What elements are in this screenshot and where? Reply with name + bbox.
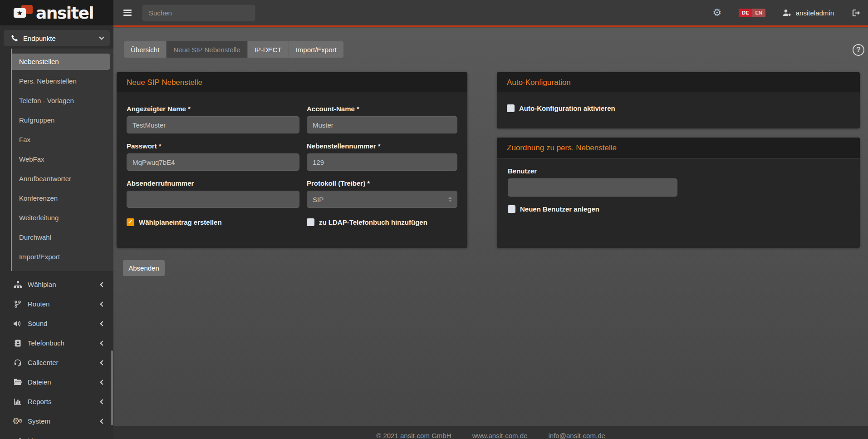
ldap-checkbox-row[interactable]: zu LDAP-Telefonbuch hinzufügen bbox=[307, 218, 457, 226]
route-branch-icon bbox=[13, 301, 23, 308]
field-label-account-name: Account-Name * bbox=[307, 105, 457, 113]
logout-icon[interactable] bbox=[852, 9, 861, 17]
sidebar-item-system[interactable]: ⚙⚙ System bbox=[0, 411, 113, 431]
account-name-input[interactable] bbox=[307, 116, 457, 133]
chevron-left-icon bbox=[100, 340, 105, 345]
sidebar-item-import-export[interactable]: Import/Export bbox=[12, 249, 110, 265]
sidebar-item-nebenstellen[interactable]: Nebenstellen bbox=[12, 54, 110, 70]
sidebar-item-webfax[interactable]: WebFax bbox=[12, 151, 110, 168]
sidebar-item-durchwahl[interactable]: Durchwahl bbox=[12, 229, 110, 246]
angezeigter-name-input[interactable] bbox=[127, 116, 299, 133]
sidebar-item-anrufbeantworter[interactable]: Anrufbeantworter bbox=[12, 171, 110, 187]
panel-new-sip: Neue SIP Nebenstelle Angezeigter Name * … bbox=[117, 72, 467, 248]
volume-icon bbox=[13, 320, 23, 327]
sidebar-scrollbar[interactable] bbox=[111, 350, 113, 425]
footer: © 2021 ansit-com GmbH www.ansit-com.de i… bbox=[113, 426, 868, 439]
sidebar-item-pers-nebenstellen[interactable]: Pers. Nebenstellen bbox=[12, 73, 110, 89]
checkbox-unchecked-icon[interactable] bbox=[507, 104, 515, 112]
panel-title: Auto-Konfiguration bbox=[497, 72, 860, 93]
panel-title: Neue SIP Nebenstelle bbox=[117, 72, 467, 93]
main-content: Übersicht Neue SIP Nebenstelle IP-DECT I… bbox=[113, 28, 868, 426]
topbar: ⚙ DE EN ansiteladmin bbox=[113, 0, 868, 27]
waehlplaneintrag-checkbox-row[interactable]: Wählplaneintrag erstellen bbox=[127, 218, 307, 226]
tab-neue-sip-nebenstelle[interactable]: Neue SIP Nebenstelle bbox=[167, 41, 247, 58]
checkbox-checked-icon[interactable] bbox=[127, 218, 134, 226]
phone-icon bbox=[10, 35, 19, 42]
lang-de-button[interactable]: DE bbox=[739, 9, 752, 17]
sidebar-item-konferenzen[interactable]: Konferenzen bbox=[12, 190, 110, 207]
address-book-icon bbox=[13, 340, 23, 347]
sidebar-item-sound[interactable]: Sound bbox=[0, 314, 113, 333]
checkbox-unchecked-icon[interactable] bbox=[508, 205, 515, 213]
folder-open-icon bbox=[13, 379, 23, 385]
panel-assignment: Zuordnung zu pers. Nebenstelle Benutzer … bbox=[497, 138, 860, 248]
sidebar-item-routen[interactable]: Routen bbox=[0, 294, 113, 314]
gears-icon: ⚙⚙ bbox=[13, 417, 23, 425]
brand-name: ansitel bbox=[36, 4, 93, 22]
sidebar-item-rufgruppen[interactable]: Rufgruppen bbox=[12, 112, 110, 128]
chevron-left-icon bbox=[100, 399, 105, 404]
sidebar-item-weiterleitung[interactable]: Weiterleitung bbox=[12, 210, 110, 226]
search-input[interactable] bbox=[142, 5, 255, 21]
sidebar-item-waehlplan[interactable]: Wählplan bbox=[0, 275, 113, 294]
chevron-left-icon bbox=[100, 301, 105, 306]
passwort-input[interactable] bbox=[127, 153, 299, 171]
panel-title: Zuordnung zu pers. Nebenstelle bbox=[497, 138, 860, 158]
field-label-angezeigter-name: Angezeigter Name * bbox=[127, 105, 299, 113]
sidebar-item-fax[interactable]: Fax bbox=[12, 132, 110, 148]
chevron-left-icon bbox=[100, 321, 105, 326]
help-icon[interactable]: ? bbox=[853, 44, 864, 56]
field-label-benutzer: Benutzer bbox=[508, 167, 849, 175]
sidebar-submenu: Nebenstellen Pers. Nebenstellen Telefon … bbox=[11, 49, 113, 271]
chevron-left-icon bbox=[100, 419, 105, 424]
chevron-left-icon bbox=[100, 380, 105, 385]
star-icon: ★ bbox=[14, 8, 26, 18]
field-label-passwort: Passwort * bbox=[127, 142, 299, 150]
panel-auto-config: Auto-Konfiguration Auto-Konfiguration ak… bbox=[497, 72, 860, 128]
sitemap-icon bbox=[13, 281, 23, 288]
chevron-left-icon bbox=[100, 282, 105, 287]
tab-uebersicht[interactable]: Übersicht bbox=[124, 41, 167, 58]
protokoll-select[interactable]: SIP bbox=[307, 191, 457, 208]
field-label-protokoll: Protokoll (Treiber) * bbox=[307, 179, 457, 187]
tab-import-export[interactable]: Import/Export bbox=[289, 41, 343, 58]
key-icon bbox=[13, 437, 23, 439]
checkbox-unchecked-icon[interactable] bbox=[307, 218, 314, 226]
chevron-down-icon bbox=[99, 35, 104, 39]
benutzer-input[interactable] bbox=[508, 178, 677, 197]
sidebar-item-telefon-vorlagen[interactable]: Telefon - Vorlagen bbox=[12, 93, 110, 109]
footer-email-link[interactable]: info@ansit-com.de bbox=[549, 432, 605, 439]
sidebar-item-reports[interactable]: Reports bbox=[0, 392, 113, 411]
menu-toggle-button[interactable] bbox=[123, 8, 132, 17]
sidebar: ★ ansitel Endpunkte Nebenstellen Pers. N… bbox=[0, 0, 113, 439]
nebenstellennummer-input[interactable] bbox=[307, 153, 457, 171]
sidebar-item-endpunkte[interactable]: Endpunkte bbox=[4, 30, 110, 46]
sidebar-item-dateien[interactable]: Dateien bbox=[0, 372, 113, 392]
footer-copyright: © 2021 ansit-com GmbH bbox=[376, 432, 451, 439]
submit-button[interactable]: Absenden bbox=[123, 260, 165, 276]
user-shield-icon bbox=[782, 9, 792, 16]
sidebar-item-callcenter[interactable]: Callcenter bbox=[0, 353, 113, 372]
sidebar-item-lizenzen[interactable]: Lizenzen bbox=[0, 431, 113, 439]
user-menu[interactable]: ansiteladmin bbox=[782, 9, 834, 17]
auto-config-checkbox-row[interactable]: Auto-Konfiguration aktivieren bbox=[507, 104, 850, 112]
sidebar-item-telefonbuch[interactable]: Telefonbuch bbox=[0, 333, 113, 353]
absenderrufnummer-input[interactable] bbox=[127, 191, 299, 208]
neuen-benutzer-checkbox-row[interactable]: Neuen Benutzer anlegen bbox=[508, 205, 849, 213]
headset-icon bbox=[13, 359, 23, 366]
tab-bar: Übersicht Neue SIP Nebenstelle IP-DECT I… bbox=[124, 41, 343, 58]
select-sort-icon bbox=[448, 197, 452, 202]
lang-en-button[interactable]: EN bbox=[752, 9, 765, 17]
field-label-nebenstellennummer: Nebenstellennummer * bbox=[307, 142, 457, 150]
footer-website-link[interactable]: www.ansit-com.de bbox=[472, 432, 528, 439]
chevron-left-icon bbox=[100, 360, 105, 365]
brand-logo[interactable]: ★ ansitel bbox=[0, 0, 113, 25]
bar-chart-icon bbox=[13, 398, 23, 405]
brand-logo-icon: ★ bbox=[14, 4, 34, 21]
field-label-absenderrufnummer: Absenderrufnummer bbox=[127, 179, 299, 187]
language-switcher: DE EN bbox=[739, 9, 765, 17]
sidebar-group-label: Endpunkte bbox=[23, 35, 56, 42]
settings-gear-icon[interactable]: ⚙ bbox=[712, 8, 721, 18]
tab-ip-dect[interactable]: IP-DECT bbox=[248, 41, 289, 58]
username: ansiteladmin bbox=[796, 9, 834, 17]
